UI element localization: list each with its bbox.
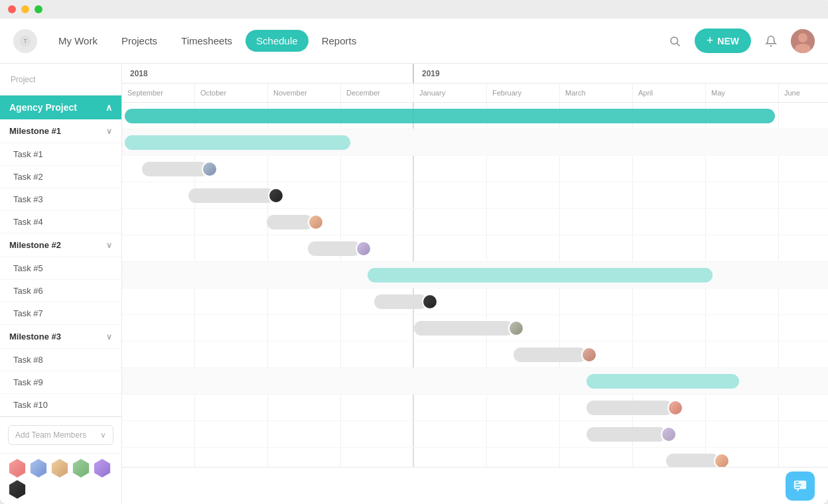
month-dec: December: [341, 84, 414, 102]
nav-links: My Work Projects Timesheets Schedule Rep…: [48, 30, 663, 52]
milestone-1-bar[interactable]: [125, 135, 350, 150]
minimize-button[interactable]: [21, 5, 29, 13]
task-10-row[interactable]: Task #10: [0, 394, 121, 416]
year-2018: 2018: [122, 64, 414, 83]
year-row: 2018 2019: [122, 64, 828, 84]
task-6-bar[interactable]: [414, 321, 514, 336]
bottom-bar: [122, 467, 828, 504]
nav-schedule[interactable]: Schedule: [245, 30, 309, 52]
nav-timesheets[interactable]: Timesheets: [171, 30, 243, 52]
year-2018-label: 2018: [130, 69, 148, 78]
milestone-2-chevron-icon: ∨: [106, 241, 112, 250]
task-2-row[interactable]: Task #2: [0, 166, 121, 188]
add-team-chevron-icon: ∨: [100, 430, 106, 440]
gantt-row-milestone-1: [122, 129, 828, 156]
svg-rect-8: [795, 481, 799, 483]
task-10-bar[interactable]: [666, 454, 719, 468]
gantt-row-milestone-2: [122, 262, 828, 288]
task-6-row[interactable]: Task #6: [0, 280, 121, 302]
month-feb: February: [487, 84, 560, 102]
task-1-label: Task #1: [13, 149, 43, 159]
task-1-avatar: [202, 161, 218, 177]
task-2-bar[interactable]: [188, 188, 275, 203]
notifications-button[interactable]: [759, 29, 783, 53]
nav-my-work[interactable]: My Work: [48, 30, 108, 52]
new-plus-icon: +: [707, 34, 714, 48]
nav-projects[interactable]: Projects: [111, 30, 168, 52]
milestone-3-chevron-icon: ∨: [106, 332, 112, 342]
gantt-row-task-6: [122, 315, 828, 342]
milestone-2-label: Milestone #2: [9, 240, 61, 250]
team-avatar-3[interactable]: [50, 459, 69, 477]
add-team-dropdown[interactable]: Add Team Members ∨: [8, 425, 113, 445]
milestone-2-bar[interactable]: [368, 268, 713, 283]
year-2019: 2019: [414, 64, 828, 83]
maximize-button[interactable]: [34, 5, 42, 13]
task-9-row[interactable]: Task #9: [0, 371, 121, 394]
gantt-body: [122, 103, 828, 467]
svg-rect-9: [795, 484, 801, 485]
task-7-avatar: [581, 347, 597, 363]
month-mar: March: [560, 84, 633, 102]
task-3-row[interactable]: Task #3: [0, 188, 121, 211]
team-avatar-2[interactable]: [29, 459, 48, 477]
team-avatar-4[interactable]: [72, 459, 90, 477]
task-5-row[interactable]: Task #5: [0, 257, 121, 280]
gantt-row-task-4: [122, 235, 828, 262]
month-nov: November: [268, 84, 341, 102]
chat-button[interactable]: [786, 472, 815, 501]
task-8-bar[interactable]: [586, 401, 673, 415]
milestone-3-bar[interactable]: [586, 374, 739, 389]
task-3-bar[interactable]: [267, 215, 313, 229]
month-may: May: [706, 84, 779, 102]
task-9-bar[interactable]: [586, 427, 666, 442]
task-2-label: Task #2: [13, 172, 43, 182]
team-avatar-1[interactable]: [8, 459, 27, 477]
team-avatar-5[interactable]: [93, 459, 111, 477]
main-content: Project Agency Project ∧ Milestone #1 ∨ …: [0, 64, 828, 504]
gantt-inner: 2018 2019 September October November Dec…: [122, 64, 828, 467]
task-1-row[interactable]: Task #1: [0, 143, 121, 166]
gantt-row-task-2: [122, 182, 828, 209]
bell-icon: [765, 35, 777, 47]
task-2-avatar: [268, 188, 284, 204]
task-7-bar[interactable]: [514, 347, 586, 362]
task-5-bar[interactable]: [374, 294, 427, 309]
gantt-row-task-3: [122, 209, 828, 235]
logo[interactable]: T: [13, 29, 37, 53]
gantt-row-task-10: [122, 448, 828, 467]
gantt-row-task-9: [122, 421, 828, 448]
new-button[interactable]: + NEW: [695, 29, 751, 53]
gantt-chart: 2018 2019 September October November Dec…: [122, 64, 828, 504]
project-group: Agency Project ∧ Milestone #1 ∨ Task #1 …: [0, 95, 121, 416]
user-avatar[interactable]: [791, 29, 815, 53]
task-6-label: Task #6: [13, 286, 43, 296]
task-5-label: Task #5: [13, 263, 43, 273]
milestone-3-row[interactable]: Milestone #3 ∨: [0, 325, 121, 349]
svg-point-2: [671, 37, 678, 44]
task-3-label: Task #3: [13, 194, 43, 204]
task-4-label: Task #4: [13, 217, 43, 227]
task-4-row[interactable]: Task #4: [0, 211, 121, 233]
project-bar[interactable]: [125, 109, 775, 123]
task-3-avatar: [308, 214, 324, 230]
project-label: Project: [11, 75, 35, 84]
sidebar-header: Project: [0, 64, 121, 95]
svg-point-5: [798, 33, 807, 42]
milestone-2-row[interactable]: Milestone #2 ∨: [0, 233, 121, 257]
task-6-avatar: [508, 320, 524, 336]
milestone-1-row[interactable]: Milestone #1 ∨: [0, 119, 121, 143]
project-title-row[interactable]: Agency Project ∧: [0, 95, 121, 119]
close-button[interactable]: [8, 5, 16, 13]
year-2019-label: 2019: [422, 69, 440, 78]
task-7-row[interactable]: Task #7: [0, 302, 121, 325]
team-avatar-6[interactable]: [8, 480, 27, 499]
task-1-bar[interactable]: [142, 162, 208, 176]
task-4-bar[interactable]: [308, 241, 361, 256]
nav-reports[interactable]: Reports: [311, 30, 368, 52]
gantt-scroll[interactable]: 2018 2019 September October November Dec…: [122, 64, 828, 467]
project-chevron-icon: ∧: [105, 102, 112, 113]
month-oct: October: [195, 84, 268, 102]
search-button[interactable]: [663, 29, 687, 53]
task-8-row[interactable]: Task #8: [0, 349, 121, 371]
